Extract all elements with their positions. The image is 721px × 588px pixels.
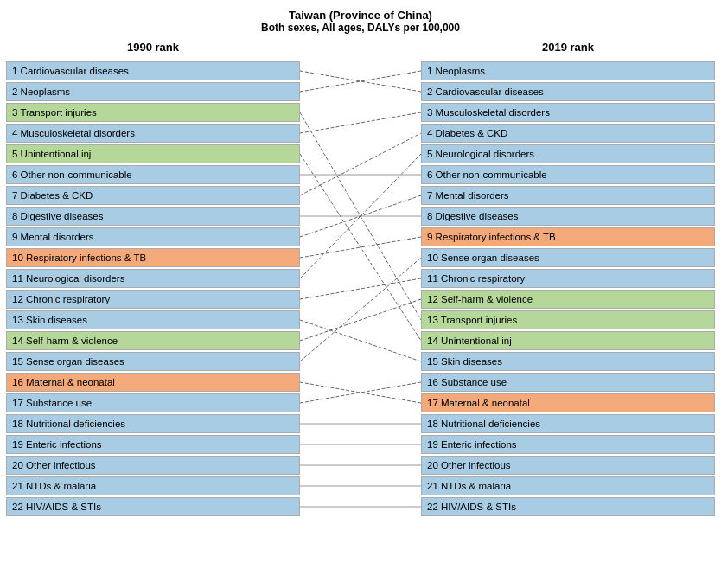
right-item-17: 17 Maternal & neonatal — [421, 393, 715, 412]
connection-line — [300, 154, 421, 278]
right-list: 1 Neoplasms2 Cardiovascular diseases3 Mu… — [421, 61, 715, 518]
connection-line — [300, 320, 421, 361]
connection-line — [300, 299, 421, 341]
right-item-21: 21 NTDs & malaria — [421, 476, 715, 495]
right-item-2: 2 Cardiovascular diseases — [421, 82, 715, 101]
left-item-18: 18 Nutritional deficiencies — [6, 414, 300, 433]
left-item-6: 6 Other non-communicable — [6, 165, 300, 184]
right-item-3: 3 Musculoskeletal disorders — [421, 103, 715, 122]
connection-line — [300, 195, 421, 237]
left-item-2: 2 Neoplasms — [6, 82, 300, 101]
right-item-5: 5 Neurological disorders — [421, 144, 715, 163]
left-item-8: 8 Digestive diseases — [6, 207, 300, 226]
right-item-10: 10 Sense organ diseases — [421, 248, 715, 267]
left-item-11: 11 Neurological disorders — [6, 269, 300, 288]
connection-line — [300, 258, 421, 361]
right-item-16: 16 Substance use — [421, 373, 715, 392]
connection-line — [300, 112, 421, 320]
connection-lines — [300, 61, 421, 537]
right-item-11: 11 Chronic respiratory — [421, 269, 715, 288]
left-header: 1990 rank — [6, 41, 300, 58]
left-item-5: 5 Unintentional inj — [6, 144, 300, 163]
left-item-20: 20 Other infectious — [6, 456, 300, 475]
right-item-7: 7 Mental disorders — [421, 186, 715, 205]
left-item-4: 4 Musculoskeletal disorders — [6, 124, 300, 143]
left-item-13: 13 Skin diseases — [6, 310, 300, 329]
right-item-12: 12 Self-harm & violence — [421, 290, 715, 309]
right-item-4: 4 Diabetes & CKD — [421, 124, 715, 143]
left-item-14: 14 Self-harm & violence — [6, 331, 300, 350]
right-item-1: 1 Neoplasms — [421, 61, 715, 80]
chart-container: 1990 rank 1 Cardiovascular diseases2 Neo… — [6, 41, 715, 518]
right-column: 2019 rank 1 Neoplasms2 Cardiovascular di… — [421, 41, 715, 518]
connection-line — [300, 278, 421, 299]
connection-line — [300, 237, 421, 258]
right-item-8: 8 Digestive diseases — [421, 207, 715, 226]
title-block: Taiwan (Province of China) Both sexes, A… — [261, 9, 460, 34]
left-item-12: 12 Chronic respiratory — [6, 290, 300, 309]
connection-line — [300, 133, 421, 195]
left-item-22: 22 HIV/AIDS & STIs — [6, 497, 300, 516]
left-column: 1990 rank 1 Cardiovascular diseases2 Neo… — [6, 41, 300, 518]
connection-line — [300, 112, 421, 133]
left-item-21: 21 NTDs & malaria — [6, 476, 300, 495]
left-item-10: 10 Respiratory infections & TB — [6, 248, 300, 267]
left-item-7: 7 Diabetes & CKD — [6, 186, 300, 205]
right-item-22: 22 HIV/AIDS & STIs — [421, 497, 715, 516]
left-list: 1 Cardiovascular diseases2 Neoplasms3 Tr… — [6, 61, 300, 518]
left-item-19: 19 Enteric infections — [6, 435, 300, 454]
connection-line — [300, 382, 421, 403]
connection-line — [300, 382, 421, 403]
connection-line — [300, 71, 421, 92]
right-item-15: 15 Skin diseases — [421, 352, 715, 371]
right-item-18: 18 Nutritional deficiencies — [421, 414, 715, 433]
right-item-14: 14 Unintentional inj — [421, 331, 715, 350]
right-item-9: 9 Respiratory infections & TB — [421, 227, 715, 246]
connection-line — [300, 154, 421, 341]
main-title: Taiwan (Province of China) — [261, 9, 460, 22]
left-item-3: 3 Transport injuries — [6, 103, 300, 122]
left-item-15: 15 Sense organ diseases — [6, 352, 300, 371]
left-item-17: 17 Substance use — [6, 393, 300, 412]
right-item-13: 13 Transport injuries — [421, 310, 715, 329]
right-item-20: 20 Other infectious — [421, 456, 715, 475]
right-item-19: 19 Enteric infections — [421, 435, 715, 454]
connection-line — [300, 71, 421, 92]
left-item-16: 16 Maternal & neonatal — [6, 373, 300, 392]
right-header: 2019 rank — [421, 41, 715, 58]
right-item-6: 6 Other non-communicable — [421, 165, 715, 184]
left-item-9: 9 Mental disorders — [6, 227, 300, 246]
sub-title: Both sexes, All ages, DALYs per 100,000 — [261, 22, 460, 34]
left-item-1: 1 Cardiovascular diseases — [6, 61, 300, 80]
